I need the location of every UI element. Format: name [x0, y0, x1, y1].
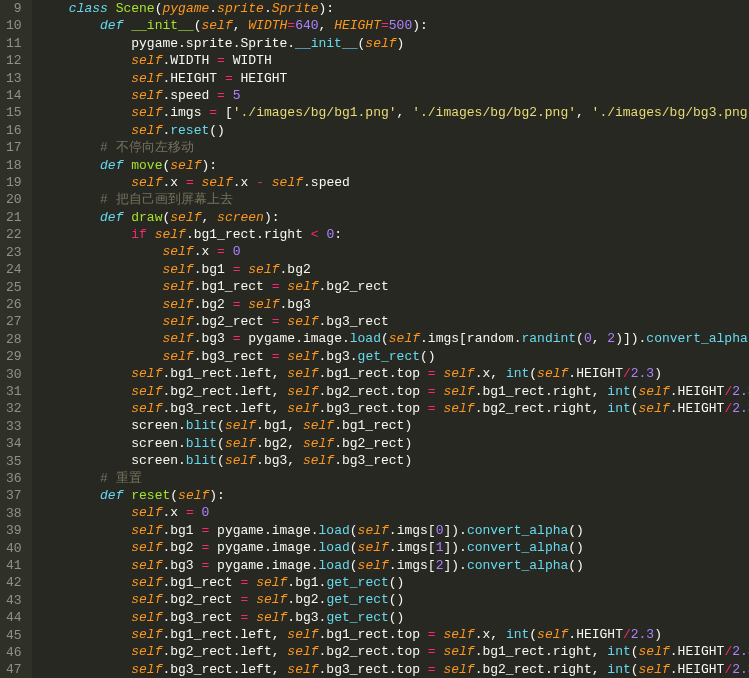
code-line[interactable]: self.WIDTH = WIDTH: [38, 52, 749, 69]
line-number: 15: [4, 104, 24, 121]
line-number: 20: [4, 191, 24, 208]
code-line[interactable]: self.HEIGHT = HEIGHT: [38, 70, 749, 87]
line-number: 36: [4, 470, 24, 487]
line-number: 10: [4, 17, 24, 34]
code-line[interactable]: class Scene(pygame.sprite.Sprite):: [38, 0, 749, 17]
code-line[interactable]: self.reset(): [38, 122, 749, 139]
code-line[interactable]: self.bg2_rect.left, self.bg2_rect.top = …: [38, 383, 749, 400]
code-line[interactable]: self.x = self.x - self.speed: [38, 174, 749, 191]
line-number: 24: [4, 261, 24, 278]
code-area[interactable]: class Scene(pygame.sprite.Sprite): def _…: [32, 0, 749, 678]
code-line[interactable]: screen.blit(self.bg2, self.bg2_rect): [38, 435, 749, 452]
line-number: 26: [4, 296, 24, 313]
line-number: 30: [4, 366, 24, 383]
line-number: 23: [4, 244, 24, 261]
line-number: 33: [4, 418, 24, 435]
line-number: 27: [4, 313, 24, 330]
code-line[interactable]: self.bg3_rect.left, self.bg3_rect.top = …: [38, 661, 749, 678]
code-line[interactable]: def draw(self, screen):: [38, 209, 749, 226]
code-line[interactable]: self.x = 0: [38, 504, 749, 521]
line-number: 34: [4, 435, 24, 452]
code-line[interactable]: self.bg2_rect = self.bg2.get_rect(): [38, 591, 749, 608]
code-line[interactable]: self.bg1_rect.left, self.bg1_rect.top = …: [38, 365, 749, 382]
line-number: 12: [4, 52, 24, 69]
code-line[interactable]: self.bg3_rect = self.bg3.get_rect(): [38, 609, 749, 626]
line-number: 39: [4, 522, 24, 539]
code-line[interactable]: screen.blit(self.bg1, self.bg1_rect): [38, 417, 749, 434]
code-line[interactable]: self.x = 0: [38, 243, 749, 260]
line-number: 40: [4, 540, 24, 557]
line-number: 21: [4, 209, 24, 226]
code-line[interactable]: self.speed = 5: [38, 87, 749, 104]
line-number: 25: [4, 279, 24, 296]
line-number: 9: [4, 0, 24, 17]
code-line[interactable]: self.bg3_rect = self.bg3.get_rect(): [38, 348, 749, 365]
line-number: 16: [4, 122, 24, 139]
line-number: 35: [4, 453, 24, 470]
line-number: 42: [4, 574, 24, 591]
code-line[interactable]: self.bg3 = pygame.image.load(self.imgs[2…: [38, 557, 749, 574]
code-line[interactable]: self.bg1_rect.left, self.bg1_rect.top = …: [38, 626, 749, 643]
line-number: 17: [4, 139, 24, 156]
line-number-gutter: 9101112131415161718192021222324252627282…: [0, 0, 32, 678]
code-line[interactable]: # 把自己画到屏幕上去: [38, 191, 749, 208]
line-number: 14: [4, 87, 24, 104]
line-number: 11: [4, 35, 24, 52]
code-line[interactable]: self.bg2 = pygame.image.load(self.imgs[1…: [38, 539, 749, 556]
code-line[interactable]: self.bg3_rect.left, self.bg3_rect.top = …: [38, 400, 749, 417]
line-number: 13: [4, 70, 24, 87]
line-number: 45: [4, 627, 24, 644]
line-number: 18: [4, 157, 24, 174]
code-line[interactable]: self.bg2_rect = self.bg3_rect: [38, 313, 749, 330]
line-number: 29: [4, 348, 24, 365]
line-number: 28: [4, 331, 24, 348]
line-number: 32: [4, 400, 24, 417]
line-number: 44: [4, 609, 24, 626]
code-line[interactable]: pygame.sprite.Sprite.__init__(self): [38, 35, 749, 52]
code-line[interactable]: self.bg1_rect = self.bg2_rect: [38, 278, 749, 295]
code-line[interactable]: self.bg3 = pygame.image.load(self.imgs[r…: [38, 330, 749, 347]
code-line[interactable]: self.bg2_rect.left, self.bg2_rect.top = …: [38, 643, 749, 660]
code-line[interactable]: # 不停向左移动: [38, 139, 749, 156]
code-line[interactable]: self.bg1 = pygame.image.load(self.imgs[0…: [38, 522, 749, 539]
line-number: 31: [4, 383, 24, 400]
line-number: 41: [4, 557, 24, 574]
code-line[interactable]: self.bg1_rect = self.bg1.get_rect(): [38, 574, 749, 591]
line-number: 43: [4, 592, 24, 609]
line-number: 38: [4, 505, 24, 522]
code-editor[interactable]: 9101112131415161718192021222324252627282…: [0, 0, 749, 678]
code-line[interactable]: self.bg2 = self.bg3: [38, 296, 749, 313]
code-line[interactable]: def __init__(self, WIDTH=640, HEIGHT=500…: [38, 17, 749, 34]
line-number: 37: [4, 487, 24, 504]
code-line[interactable]: if self.bg1_rect.right < 0:: [38, 226, 749, 243]
line-number: 19: [4, 174, 24, 191]
code-line[interactable]: def reset(self):: [38, 487, 749, 504]
code-line[interactable]: def move(self):: [38, 157, 749, 174]
code-line[interactable]: self.bg1 = self.bg2: [38, 261, 749, 278]
code-line[interactable]: screen.blit(self.bg3, self.bg3_rect): [38, 452, 749, 469]
line-number: 22: [4, 226, 24, 243]
code-line[interactable]: self.imgs = ['./images/bg/bg1.png', './i…: [38, 104, 749, 121]
line-number: 47: [4, 661, 24, 678]
code-line[interactable]: # 重置: [38, 470, 749, 487]
line-number: 46: [4, 644, 24, 661]
